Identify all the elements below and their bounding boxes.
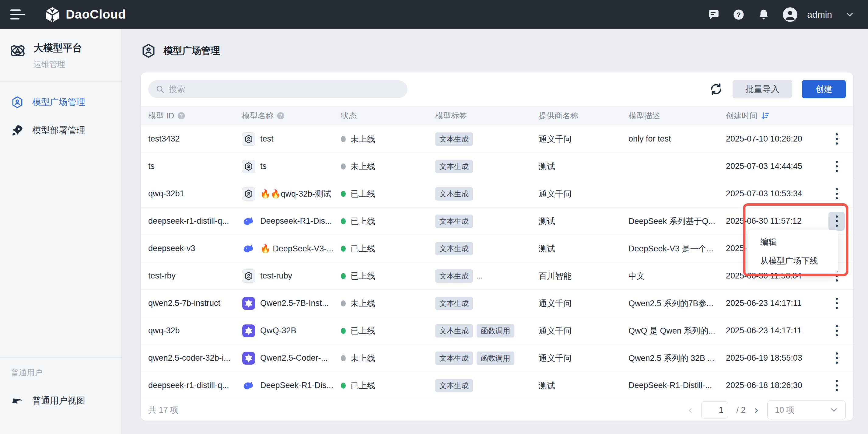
cell-tags: 文本生成... xyxy=(435,269,539,283)
message-icon[interactable] xyxy=(708,9,719,21)
cell-model-id: qwen2.5-7b-instruct xyxy=(148,299,242,308)
status-label: 已上线 xyxy=(351,326,375,336)
cell-provider: 测试 xyxy=(539,161,628,172)
cell-created-time: 2025-06-23 14:17:11 xyxy=(726,299,820,308)
row-actions-kebab-icon[interactable] xyxy=(829,294,845,313)
model-default-hexagon-icon xyxy=(242,269,255,283)
menu-item-offline[interactable]: 从模型广场下线 xyxy=(748,251,838,270)
cell-provider: 测试 xyxy=(539,216,628,227)
help-icon[interactable]: ? xyxy=(733,9,744,21)
model-default-hexagon-icon xyxy=(242,160,255,173)
daocloud-logo-icon xyxy=(44,6,61,23)
row-actions-menu: 编辑从模型广场下线 xyxy=(748,230,838,273)
table-row: deepseek-r1-distill-q...Deepseek-R1-Dis.… xyxy=(141,208,853,235)
page-size-select[interactable]: 10 项 xyxy=(767,401,846,420)
model-tag: 函数调用 xyxy=(476,351,514,365)
table-row: tsts未上线文本生成测试2025-07-03 14:44:45 xyxy=(141,153,853,180)
table-row: qwq-32b1🔥🔥qwq-32b-测试已上线文本生成通义千问2025-07-0… xyxy=(141,180,853,208)
sort-desc-icon[interactable] xyxy=(761,111,770,120)
cell-model-name: DeepSeek-R1-Dis... xyxy=(242,379,341,392)
status-dot xyxy=(341,136,346,142)
bell-icon[interactable] xyxy=(758,9,769,21)
column-header: 模型描述 xyxy=(628,111,726,121)
cell-tags: 文本生成函数调用 xyxy=(435,351,539,365)
status-dot xyxy=(341,355,346,361)
model-tag: 文本生成 xyxy=(435,379,473,392)
cell-description: Qwen2.5 系列的 32B ... xyxy=(628,353,726,364)
row-actions-kebab-icon[interactable] xyxy=(829,349,845,368)
back-arrow-icon xyxy=(11,395,24,407)
row-actions-kebab-icon[interactable] xyxy=(829,212,845,231)
table-row: test3432test未上线文本生成通义千问only for test2025… xyxy=(141,125,853,153)
create-button[interactable]: 创建 xyxy=(802,80,846,98)
column-header: 状态 xyxy=(341,111,435,121)
sidebar-caption: 普通用户 xyxy=(11,367,121,378)
page-count: / 2 xyxy=(737,405,746,415)
cell-provider: 通义千问 xyxy=(539,353,628,364)
cell-created-time: 2025-06-19 18:55:03 xyxy=(726,353,820,363)
next-page-button[interactable]: › xyxy=(754,404,759,416)
status-dot xyxy=(341,382,346,389)
cell-description: only for test xyxy=(628,134,726,144)
cell-model-name: ts xyxy=(242,160,341,173)
row-actions-kebab-icon[interactable] xyxy=(829,321,845,340)
model-tag: 函数调用 xyxy=(476,324,514,338)
cell-model-name: QwQ-32B xyxy=(242,324,341,338)
cell-description: DeepSeek-V3 是一个... xyxy=(628,243,726,254)
menu-toggle-icon[interactable] xyxy=(10,7,25,22)
cell-status: 未上线 xyxy=(341,134,435,145)
cell-provider: 通义千问 xyxy=(539,188,628,199)
prev-page-button[interactable]: ‹ xyxy=(688,404,693,416)
status-dot xyxy=(341,163,346,169)
cell-created-time: 2025-06-18 18:26:30 xyxy=(726,381,820,390)
hexagon-user-icon xyxy=(141,43,156,58)
status-label: 已上线 xyxy=(351,243,375,254)
row-actions-kebab-icon[interactable] xyxy=(829,376,845,395)
svg-text:?: ? xyxy=(279,113,282,118)
rocket-icon xyxy=(11,124,24,137)
search-input[interactable] xyxy=(169,85,400,94)
status-label: 已上线 xyxy=(351,380,375,391)
batch-import-button[interactable]: 批量导入 xyxy=(733,80,792,98)
chevron-down-icon[interactable] xyxy=(845,10,854,19)
refresh-icon[interactable] xyxy=(709,83,723,96)
row-actions-kebab-icon[interactable] xyxy=(829,184,845,203)
row-actions-kebab-icon[interactable] xyxy=(829,157,845,176)
cell-model-id: ts xyxy=(148,162,242,171)
cell-status: 已上线 xyxy=(341,216,435,227)
table-header: 模型 ID?模型名称?状态模型标签提供商名称模型描述创建时间 xyxy=(141,106,853,125)
cell-created-time: 2025-07-10 10:26:20 xyxy=(726,134,820,144)
model-tag: 文本生成 xyxy=(435,132,473,146)
page-title: 模型广场管理 xyxy=(163,44,220,57)
cell-created-time: 2025-07-03 14:44:45 xyxy=(726,162,820,171)
cell-model-name: Qwen2.5-Coder-... xyxy=(242,351,341,365)
status-dot xyxy=(341,191,346,197)
search-box[interactable] xyxy=(148,80,407,98)
status-label: 已上线 xyxy=(351,188,375,199)
toolbar: 批量导入 创建 xyxy=(141,72,853,106)
page-number-input[interactable] xyxy=(701,401,728,418)
username[interactable]: admin xyxy=(807,9,832,20)
avatar[interactable] xyxy=(783,7,797,22)
column-header: 模型 ID? xyxy=(148,111,242,121)
cell-status: 已上线 xyxy=(341,271,435,281)
cell-model-name: Qwen2.5-7B-Inst... xyxy=(242,297,341,310)
row-actions-kebab-icon[interactable] xyxy=(829,130,845,149)
model-tag: 文本生成 xyxy=(435,324,473,338)
menu-item-edit[interactable]: 编辑 xyxy=(748,232,838,251)
sidebar-item-model-square[interactable]: 模型广场管理 xyxy=(0,88,121,117)
cell-model-name: test-ruby xyxy=(242,269,341,283)
cell-model-id: deepseek-r1-distill-q... xyxy=(148,216,242,226)
cell-tags: 文本生成函数调用 xyxy=(435,324,539,338)
cell-provider: 通义千问 xyxy=(539,326,628,336)
table-row: qwq-32bQwQ-32B已上线文本生成函数调用通义千问QwQ 是 Qwen … xyxy=(141,317,853,344)
sidebar-menu: 模型广场管理 模型部署管理 xyxy=(0,88,121,145)
model-tag: 文本生成 xyxy=(435,351,473,365)
sidebar-item-normal-user-view[interactable]: 普通用户视图 xyxy=(0,386,121,415)
model-default-hexagon-icon xyxy=(242,132,255,146)
qwen-logo-icon xyxy=(242,324,255,338)
table-row: deepseek-v3🔥 DeepSeek-V3-...已上线文本生成测试Dee… xyxy=(141,235,853,262)
brand: DaoCloud xyxy=(44,6,126,23)
cell-provider: 通义千问 xyxy=(539,134,628,145)
sidebar-item-model-deploy[interactable]: 模型部署管理 xyxy=(0,117,121,145)
